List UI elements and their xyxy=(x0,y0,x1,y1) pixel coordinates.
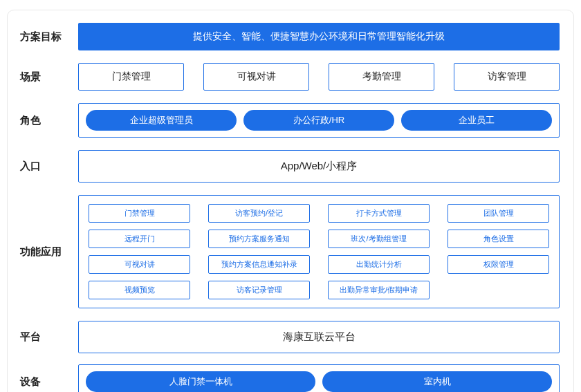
diagram-frame: 方案目标 提供安全、智能、便捷智慧办公环境和日常管理智能化升级 场景 门禁管理 … xyxy=(7,10,574,392)
label-entry: 入口 xyxy=(20,150,78,183)
scene-box: 访客管理 xyxy=(454,63,560,91)
label-devices: 设备 xyxy=(20,364,78,392)
label-functions: 功能应用 xyxy=(20,195,78,308)
function-item: 打卡方式管理 xyxy=(328,204,430,223)
role-pill: 办公行政/HR xyxy=(243,110,394,131)
label-scenes: 场景 xyxy=(20,63,78,91)
function-blank xyxy=(448,281,549,299)
function-item: 远程开门 xyxy=(89,230,190,248)
function-item: 视频预览 xyxy=(89,281,190,299)
devices-container: 人脸门禁一体机 室内机 xyxy=(78,364,560,392)
platform-box: 海康互联云平台 xyxy=(78,321,560,353)
function-item: 团队管理 xyxy=(448,204,549,223)
label-platform: 平台 xyxy=(20,321,78,353)
goal-banner: 提供安全、智能、便捷智慧办公环境和日常管理智能化升级 xyxy=(78,23,560,50)
scene-box: 考勤管理 xyxy=(329,63,434,91)
scene-box: 可视对讲 xyxy=(203,63,309,91)
function-item: 出勤异常审批/假期申请 xyxy=(328,281,430,299)
scene-box: 门禁管理 xyxy=(78,63,184,91)
function-item: 访客预约/登记 xyxy=(208,204,310,223)
entry-box: App/Web/小程序 xyxy=(78,150,560,183)
function-item: 角色设置 xyxy=(448,230,549,248)
function-item: 预约方案服务通知 xyxy=(208,230,310,248)
label-roles: 角色 xyxy=(20,103,78,138)
function-item: 权限管理 xyxy=(448,255,549,274)
role-pill: 企业超级管理员 xyxy=(86,110,237,131)
function-item: 出勤统计分析 xyxy=(328,255,430,274)
role-pill: 企业员工 xyxy=(401,110,552,131)
function-item: 访客记录管理 xyxy=(208,281,310,299)
function-item: 可视对讲 xyxy=(89,255,190,274)
function-item: 门禁管理 xyxy=(89,204,190,223)
device-pill: 室内机 xyxy=(322,371,552,392)
function-item: 预约方案信息通知补录 xyxy=(208,255,310,274)
device-pill: 人脸门禁一体机 xyxy=(86,371,315,392)
label-goal: 方案目标 xyxy=(20,23,78,50)
functions-container: 门禁管理访客预约/登记打卡方式管理团队管理远程开门预约方案服务通知班次/考勤组管… xyxy=(78,195,560,308)
function-item: 班次/考勤组管理 xyxy=(328,230,430,248)
roles-container: 企业超级管理员 办公行政/HR 企业员工 xyxy=(78,103,560,138)
